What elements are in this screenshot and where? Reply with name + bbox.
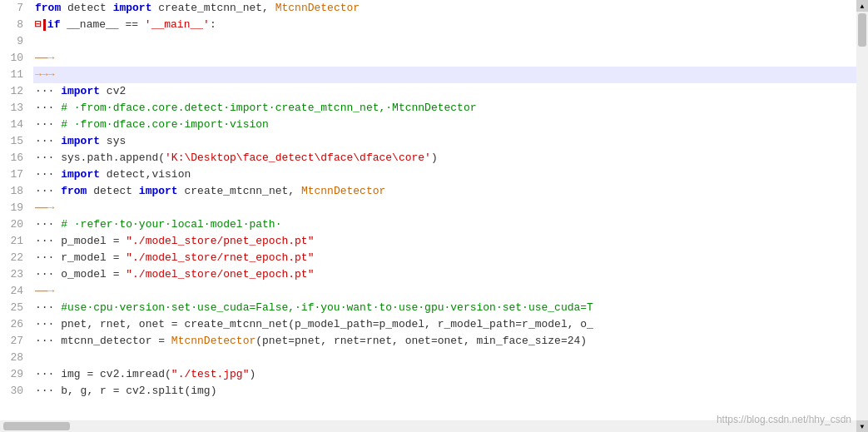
code-line: ··· # ·from·dface.core.detect·import·cre… <box>33 100 868 117</box>
code-token: sys <box>100 135 126 147</box>
line-number: 12 <box>3 83 23 100</box>
line-number: 17 <box>3 166 23 183</box>
editor-container: 7891011121314151617181920212223242526272… <box>0 0 868 432</box>
line-number: 18 <box>3 183 23 200</box>
code-token: ——→ <box>35 285 54 297</box>
line-number: 25 <box>3 300 23 316</box>
code-line: ··· b, g, r = cv2.split(img) <box>33 383 868 400</box>
code-token: if <box>47 18 61 31</box>
code-token: pnet, rnet, onet = create_mtcnn_net(p_mo… <box>61 318 593 330</box>
code-token: sys.path.append( <box>61 151 165 164</box>
line-number: 13 <box>3 100 23 117</box>
code-token: img = cv2.imread( <box>61 368 171 380</box>
scroll-thumb[interactable] <box>858 13 866 47</box>
code-line <box>33 350 868 366</box>
code-line: →→→ <box>33 67 868 83</box>
code-token: p_model = <box>61 235 126 247</box>
line-number: 24 <box>3 283 23 300</box>
code-token: ) <box>431 151 438 164</box>
code-token: "./test.jpg" <box>171 368 250 380</box>
code-token: "./model_store/onet_epoch.pt" <box>126 268 314 281</box>
code-token: ——→ <box>35 201 54 214</box>
line-number: 10 <box>3 50 23 67</box>
code-token: ··· <box>35 118 61 131</box>
code-line: ··· o_model = "./model_store/onet_epoch.… <box>33 266 868 283</box>
line-number: 22 <box>3 250 23 266</box>
code-token: ··· <box>35 368 61 380</box>
code-token: import <box>61 85 100 97</box>
code-area: 7891011121314151617181920212223242526272… <box>0 0 868 432</box>
code-token: ——→ <box>35 52 54 64</box>
h-scroll-thumb[interactable] <box>3 422 70 430</box>
code-token: ··· <box>35 185 61 197</box>
code-token: 'K:\Desktop\face_detect\dface\dface\core… <box>165 151 431 164</box>
line-number: 7 <box>3 0 23 17</box>
line-number: 29 <box>3 366 23 383</box>
code-line: ··· p_model = "./model_store/pnet_epoch.… <box>33 233 868 250</box>
code-token: ··· <box>35 168 61 181</box>
code-token: detect,vision <box>100 168 191 181</box>
vertical-scrollbar[interactable]: ▲ ▼ <box>856 0 868 432</box>
code-token: ··· <box>35 318 61 330</box>
code-token: ··· <box>35 251 61 264</box>
code-line: ··· # ·from·dface.core·import·vision <box>33 117 868 133</box>
fold-icon[interactable]: ⊟ <box>35 18 42 31</box>
watermark: https://blog.csdn.net/hhy_csdn <box>717 414 851 425</box>
line-number: 14 <box>3 117 23 133</box>
code-token: ··· <box>35 218 61 231</box>
code-token: ) <box>249 368 255 380</box>
code-token: o_model = <box>61 268 126 281</box>
code-token: mtcnn_detector = <box>61 335 171 347</box>
code-token: ··· <box>35 102 61 114</box>
code-line: ··· import cv2 <box>33 83 868 100</box>
code-token: → <box>35 68 42 81</box>
line-numbers: 7891011121314151617181920212223242526272… <box>0 0 30 432</box>
code-line: ··· r_model = "./model_store/rnet_epoch.… <box>33 250 868 266</box>
line-number: 27 <box>3 333 23 350</box>
line-number: 28 <box>3 350 23 366</box>
code-token: (pnet=pnet, rnet=rnet, onet=onet, min_fa… <box>255 335 587 347</box>
code-token: MtcnnDetector <box>275 2 360 14</box>
line-number: 11 <box>3 67 23 83</box>
code-line: ——→ <box>33 283 868 300</box>
line-number: 19 <box>3 200 23 216</box>
scroll-down-arrow[interactable]: ▼ <box>856 420 868 432</box>
code-token: r_model = <box>61 251 126 264</box>
scroll-up-arrow[interactable]: ▲ <box>856 0 868 12</box>
code-token: ··· <box>35 301 61 314</box>
code-line: ——→ <box>33 50 868 67</box>
code-token: "./model_store/pnet_epoch.pt" <box>126 235 314 247</box>
line-number: 9 <box>3 33 23 50</box>
line-number: 23 <box>3 266 23 283</box>
code-token: import <box>61 135 100 147</box>
code-token: → <box>42 68 48 81</box>
code-token: import <box>113 2 152 14</box>
code-token: ··· <box>35 151 61 164</box>
code-token: cv2 <box>100 85 126 97</box>
code-token: import <box>61 168 100 181</box>
code-line <box>33 33 868 50</box>
code-token: detect <box>61 2 112 14</box>
code-line: ··· #use·cpu·version·set·use_cuda=False,… <box>33 300 868 316</box>
code-token: #use·cpu·version·set·use_cuda=False,·if·… <box>61 301 593 314</box>
code-token: ··· <box>35 85 61 97</box>
code-token: ··· <box>35 268 61 281</box>
code-token: create_mtcnn_net, <box>178 185 301 197</box>
code-token: MtcnnDetector <box>171 335 255 347</box>
code-token: b, g, r = cv2.split(img) <box>61 385 216 397</box>
code-token: ··· <box>35 385 61 397</box>
code-token: from <box>61 185 87 197</box>
code-content[interactable]: from detect import create_mtcnn_net, Mtc… <box>30 0 868 432</box>
code-token: "./model_store/rnet_epoch.pt" <box>126 251 314 264</box>
code-line: ··· import detect,vision <box>33 166 868 183</box>
code-line: ⊟if __name__ == '__main__': <box>33 17 868 33</box>
code-line: ··· from detect import create_mtcnn_net,… <box>33 183 868 200</box>
code-token: # ·from·dface.core·import·vision <box>61 118 269 131</box>
code-line: ··· sys.path.append('K:\Desktop\face_det… <box>33 150 868 166</box>
code-token: : <box>210 18 216 31</box>
code-token: create_mtcnn_net, <box>151 2 275 14</box>
code-line: ··· mtcnn_detector = MtcnnDetector(pnet=… <box>33 333 868 350</box>
line-number: 15 <box>3 133 23 150</box>
code-line: ··· pnet, rnet, onet = create_mtcnn_net(… <box>33 316 868 333</box>
code-line: ··· # ·refer·to·your·local·model·path· <box>33 216 868 233</box>
